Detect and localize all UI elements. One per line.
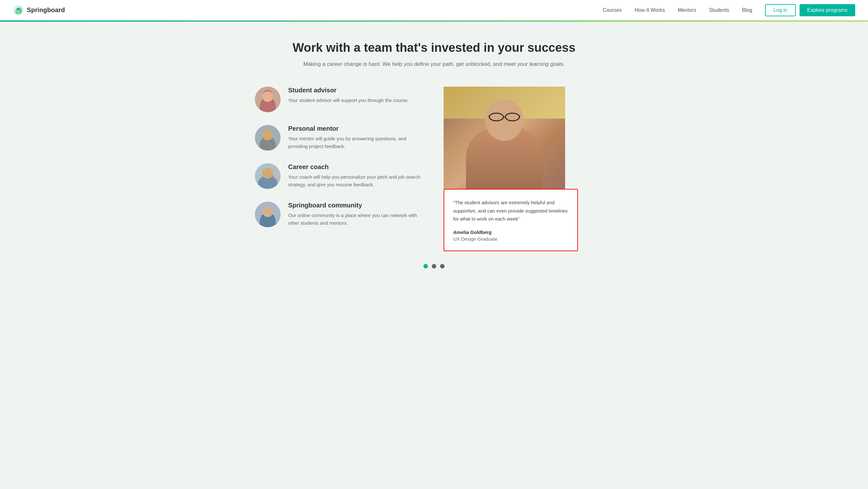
svg-point-14 <box>255 202 280 227</box>
feature-personal-mentor-title: Personal mentor <box>288 125 425 132</box>
svg-point-13 <box>270 175 274 179</box>
feature-community: Springboard community Our online communi… <box>255 202 425 227</box>
nav-courses[interactable]: Courses <box>603 7 622 13</box>
svg-point-4 <box>262 92 273 102</box>
testimonial-card: “The student advisors are extremely help… <box>443 189 578 251</box>
nav-students[interactable]: Students <box>709 7 729 13</box>
testimonial-section: “The student advisors are extremely help… <box>443 87 613 251</box>
testimonial-photo <box>443 87 565 189</box>
nav-mentors[interactable]: Mentors <box>678 7 696 13</box>
svg-point-6 <box>261 136 275 148</box>
navbar: Springboard Courses How It Works Mentors… <box>0 0 868 21</box>
nav-blog[interactable]: Blog <box>742 7 752 13</box>
springboard-logo-icon <box>13 4 24 16</box>
feature-student-advisor-desc: Your student advisor will support you th… <box>288 97 409 104</box>
feature-student-advisor: Student advisor Your student advisor wil… <box>255 87 425 112</box>
carousel-dot-1[interactable] <box>424 264 428 268</box>
nav-links: Courses How It Works Mentors Students Bl… <box>603 7 752 13</box>
feature-career-coach-desc: Your coach will help you personalize you… <box>288 173 425 189</box>
svg-point-5 <box>255 125 280 151</box>
svg-point-3 <box>261 97 275 109</box>
feature-community-desc: Our online community is a place where yo… <box>288 211 425 227</box>
feature-personal-mentor: Personal mentor Your mentor will guide y… <box>255 125 425 151</box>
avatar-community <box>255 202 280 227</box>
feature-career-coach-text: Career coach Your coach will help you pe… <box>288 163 425 189</box>
svg-point-8 <box>255 163 280 189</box>
carousel-dots <box>255 264 613 268</box>
carousel-dot-3[interactable] <box>440 264 444 268</box>
testimonial-role: UX Design Graduate <box>453 236 568 241</box>
svg-point-7 <box>262 129 273 140</box>
carousel-dot-2[interactable] <box>432 264 436 268</box>
svg-point-9 <box>260 175 275 187</box>
explore-button[interactable]: Explore programs <box>800 4 855 16</box>
svg-point-15 <box>261 213 275 225</box>
login-button[interactable]: Log in <box>765 4 796 16</box>
main-content: Work with a team that's invested in your… <box>242 22 626 294</box>
feature-student-advisor-title: Student advisor <box>288 87 409 94</box>
avatar-personal-mentor <box>255 125 280 151</box>
svg-point-16 <box>263 206 273 216</box>
avatar-career-coach <box>255 163 280 189</box>
feature-community-title: Springboard community <box>288 202 425 209</box>
page-subtitle: Making a career change is hard. We help … <box>255 61 613 67</box>
svg-point-10 <box>263 168 273 178</box>
content-grid: Student advisor Your student advisor wil… <box>255 87 613 251</box>
logo-link[interactable]: Springboard <box>13 4 65 16</box>
logo-text: Springboard <box>27 6 65 14</box>
feature-career-coach-title: Career coach <box>288 163 425 171</box>
page-title: Work with a team that's invested in your… <box>255 41 613 55</box>
feature-personal-mentor-text: Personal mentor Your mentor will guide y… <box>288 125 425 150</box>
avatar-student-advisor <box>255 87 280 112</box>
avatar-personal-mentor-illustration <box>255 125 280 151</box>
nav-buttons: Log in Explore programs <box>765 4 855 16</box>
avatar-career-coach-illustration <box>255 163 280 189</box>
feature-student-advisor-text: Student advisor Your student advisor wil… <box>288 87 409 104</box>
nav-how-it-works[interactable]: How It Works <box>634 7 665 13</box>
svg-point-17 <box>489 113 503 121</box>
svg-point-1 <box>17 8 19 10</box>
feature-list: Student advisor Your student advisor wil… <box>255 87 425 227</box>
testimonial-quote: “The student advisors are extremely help… <box>453 198 568 223</box>
svg-point-12 <box>269 174 276 181</box>
glasses-illustration <box>488 112 520 122</box>
svg-point-18 <box>505 113 519 121</box>
avatar-student-advisor-illustration <box>255 87 280 112</box>
feature-career-coach: Career coach Your coach will help you pe… <box>255 163 425 189</box>
feature-personal-mentor-desc: Your mentor will guide you by answering … <box>288 135 425 150</box>
avatar-community-illustration <box>255 202 280 227</box>
testimonial-name: Amelia Goldberg <box>453 229 568 235</box>
feature-community-text: Springboard community Our online communi… <box>288 202 425 227</box>
svg-rect-11 <box>264 170 272 173</box>
